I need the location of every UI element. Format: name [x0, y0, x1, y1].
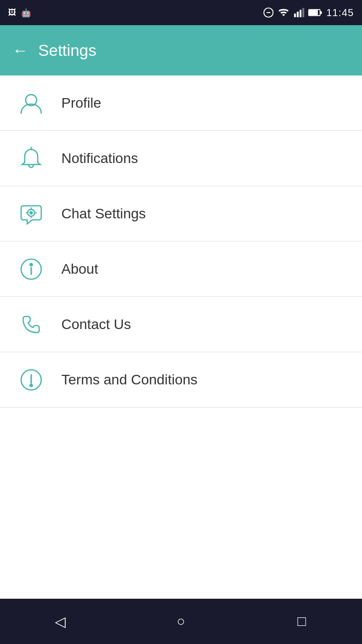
svg-rect-2	[294, 14, 296, 17]
back-button[interactable]: ←	[12, 41, 28, 60]
profile-label: Profile	[61, 95, 101, 111]
contact-icon	[16, 309, 46, 340]
app-bar: ← Settings	[0, 25, 362, 75]
terms-icon	[16, 365, 46, 395]
nav-bar: ◁ ○ □	[0, 599, 362, 644]
image-icon: 🖼	[8, 8, 16, 17]
menu-item-chat-settings[interactable]: Chat Settings	[0, 186, 362, 242]
svg-point-12	[30, 211, 33, 214]
notifications-label: Notifications	[61, 150, 138, 167]
svg-point-15	[30, 263, 33, 266]
notifications-icon	[16, 143, 46, 174]
svg-rect-8	[320, 11, 322, 14]
svg-rect-4	[300, 10, 302, 18]
menu-item-notifications[interactable]: Notifications	[0, 131, 362, 186]
chat-settings-icon	[16, 199, 46, 229]
chat-settings-label: Chat Settings	[61, 206, 146, 222]
svg-rect-7	[309, 10, 318, 16]
status-bar-right: 11:45	[263, 7, 354, 19]
contact-us-label: Contact Us	[61, 316, 131, 333]
settings-menu: Profile Notifications Chat Settings	[0, 75, 362, 408]
signal-icon	[293, 7, 304, 18]
battery-icon	[308, 7, 322, 18]
menu-item-terms[interactable]: Terms and Conditions	[0, 352, 362, 408]
mute-icon	[263, 7, 274, 18]
status-time: 11:45	[326, 7, 354, 19]
about-label: About	[61, 261, 98, 277]
page-title: Settings	[38, 41, 97, 60]
svg-point-18	[30, 384, 33, 386]
svg-rect-3	[297, 12, 299, 17]
about-icon	[16, 254, 46, 284]
status-bar: 🖼 🤖 11:45	[0, 0, 362, 25]
terms-label: Terms and Conditions	[61, 372, 198, 388]
profile-icon	[16, 88, 46, 118]
menu-item-profile[interactable]: Profile	[0, 75, 362, 131]
menu-item-about[interactable]: About	[0, 242, 362, 297]
android-icon: 🤖	[21, 8, 31, 18]
nav-home-button[interactable]: ○	[166, 606, 196, 636]
svg-rect-5	[302, 8, 304, 17]
wifi-icon	[278, 7, 289, 18]
nav-recent-button[interactable]: □	[287, 606, 317, 636]
menu-item-contact-us[interactable]: Contact Us	[0, 297, 362, 352]
status-bar-left: 🖼 🤖	[8, 8, 31, 18]
nav-back-button[interactable]: ◁	[45, 606, 75, 636]
